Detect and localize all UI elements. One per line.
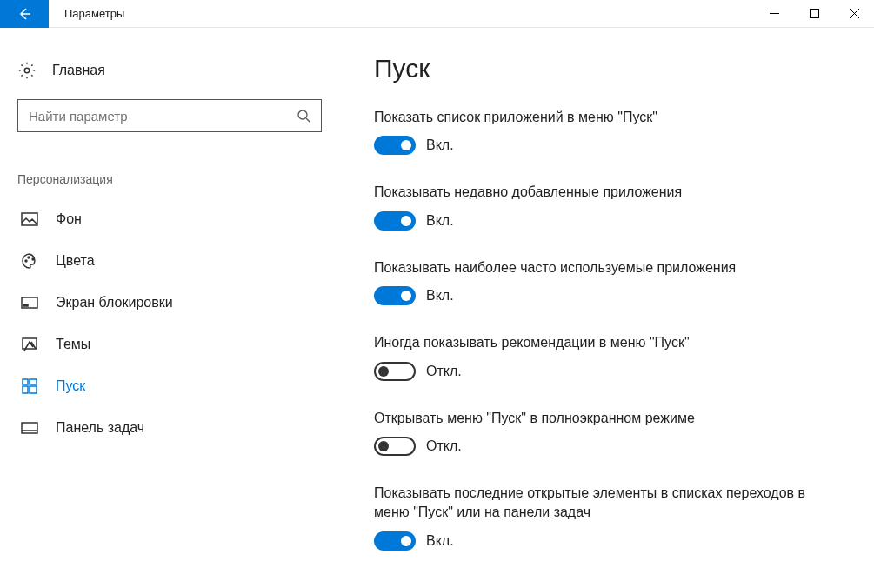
sidebar: Главная Персонализация Фон Цвета Э	[0, 28, 339, 588]
setting-item: Показывать наиболее часто используемые п…	[374, 258, 839, 305]
titlebar: Параметры	[0, 0, 874, 28]
svg-point-5	[298, 110, 307, 119]
toggle-knob	[378, 366, 389, 377]
svg-rect-18	[22, 423, 37, 433]
lockscreen-icon	[21, 294, 38, 311]
setting-label: Показать список приложений в меню "Пуск"	[374, 108, 826, 127]
svg-rect-17	[30, 386, 37, 393]
svg-point-4	[24, 68, 30, 73]
palette-icon	[21, 252, 38, 270]
sidebar-item-label: Экран блокировки	[56, 295, 173, 311]
sidebar-item-label: Фон	[56, 211, 82, 227]
sidebar-item-themes[interactable]: Темы	[17, 324, 339, 365]
setting-label: Показывать последние открытые элементы в…	[374, 484, 826, 523]
minimize-icon	[770, 9, 779, 18]
svg-rect-15	[30, 379, 37, 384]
svg-rect-7	[22, 213, 37, 225]
setting-label: Иногда показывать рекомендации в меню "П…	[374, 333, 826, 352]
svg-point-10	[32, 258, 34, 260]
toggle-row: Вкл.	[374, 286, 839, 305]
setting-item: Иногда показывать рекомендации в меню "П…	[374, 333, 839, 380]
sidebar-item-taskbar[interactable]: Панель задач	[17, 407, 339, 449]
image-icon	[21, 210, 38, 228]
arrow-left-icon	[17, 7, 31, 21]
svg-rect-12	[23, 304, 28, 306]
toggle-knob	[401, 291, 411, 301]
toggle-knob	[401, 216, 411, 226]
search-box[interactable]	[17, 99, 322, 132]
window-controls	[754, 0, 874, 28]
svg-rect-1	[810, 10, 818, 18]
page-title: Пуск	[374, 54, 839, 84]
maximize-button[interactable]	[794, 0, 834, 28]
svg-point-9	[28, 257, 30, 258]
setting-label: Показывать недавно добавленные приложени…	[374, 183, 826, 202]
toggle-switch[interactable]	[374, 286, 416, 305]
sidebar-item-label: Пуск	[56, 378, 85, 394]
toggle-row: Вкл.	[374, 211, 839, 231]
close-icon	[850, 9, 859, 18]
sidebar-item-start[interactable]: Пуск	[17, 365, 339, 407]
toggle-knob	[378, 441, 389, 451]
svg-line-6	[306, 118, 310, 122]
toggle-row: Откл.	[374, 437, 839, 456]
toggle-state-label: Вкл.	[426, 288, 454, 304]
maximize-icon	[810, 9, 819, 18]
toggle-row: Вкл.	[374, 136, 839, 155]
toggle-row: Откл.	[374, 362, 839, 381]
sidebar-item-label: Панель задач	[56, 420, 144, 436]
sidebar-item-lockscreen[interactable]: Экран блокировки	[17, 282, 339, 324]
toggle-knob	[401, 536, 411, 546]
toggle-switch[interactable]	[374, 136, 416, 155]
toggle-state-label: Вкл.	[426, 533, 454, 549]
main-content: Пуск Показать список приложений в меню "…	[339, 28, 874, 588]
gear-icon	[17, 61, 37, 80]
back-button[interactable]	[0, 0, 49, 28]
setting-item: Открывать меню "Пуск" в полноэкранном ре…	[374, 409, 839, 456]
toggle-switch[interactable]	[374, 211, 416, 231]
toggle-switch[interactable]	[374, 362, 416, 381]
themes-icon	[21, 336, 38, 353]
svg-rect-16	[23, 386, 28, 393]
start-icon	[21, 378, 38, 395]
close-button[interactable]	[834, 0, 874, 28]
svg-point-8	[25, 260, 27, 262]
minimize-button[interactable]	[754, 0, 794, 28]
toggle-state-label: Вкл.	[426, 137, 454, 153]
sidebar-item-label: Цвета	[56, 253, 95, 269]
window-title: Параметры	[64, 7, 754, 20]
setting-item: Показать список приложений в меню "Пуск"…	[374, 108, 839, 155]
home-label: Главная	[52, 63, 105, 78]
setting-label: Показывать наиболее часто используемые п…	[374, 258, 826, 277]
home-nav[interactable]: Главная	[17, 54, 339, 94]
toggle-switch[interactable]	[374, 531, 416, 551]
toggle-switch[interactable]	[374, 437, 416, 456]
toggle-state-label: Откл.	[426, 364, 462, 379]
setting-item: Показывать недавно добавленные приложени…	[374, 183, 839, 230]
sidebar-item-background[interactable]: Фон	[17, 198, 339, 240]
toggle-state-label: Откл.	[426, 438, 462, 454]
sidebar-item-label: Темы	[56, 337, 90, 352]
category-label: Персонализация	[17, 172, 339, 186]
sidebar-item-colors[interactable]: Цвета	[17, 240, 339, 282]
search-input[interactable]	[29, 109, 297, 124]
setting-label: Открывать меню "Пуск" в полноэкранном ре…	[374, 409, 826, 428]
setting-item: Показывать последние открытые элементы в…	[374, 484, 839, 551]
toggle-state-label: Вкл.	[426, 213, 454, 229]
svg-rect-14	[23, 379, 28, 384]
taskbar-icon	[21, 419, 38, 437]
search-icon	[297, 109, 310, 123]
toggle-knob	[401, 140, 411, 150]
toggle-row: Вкл.	[374, 531, 839, 551]
